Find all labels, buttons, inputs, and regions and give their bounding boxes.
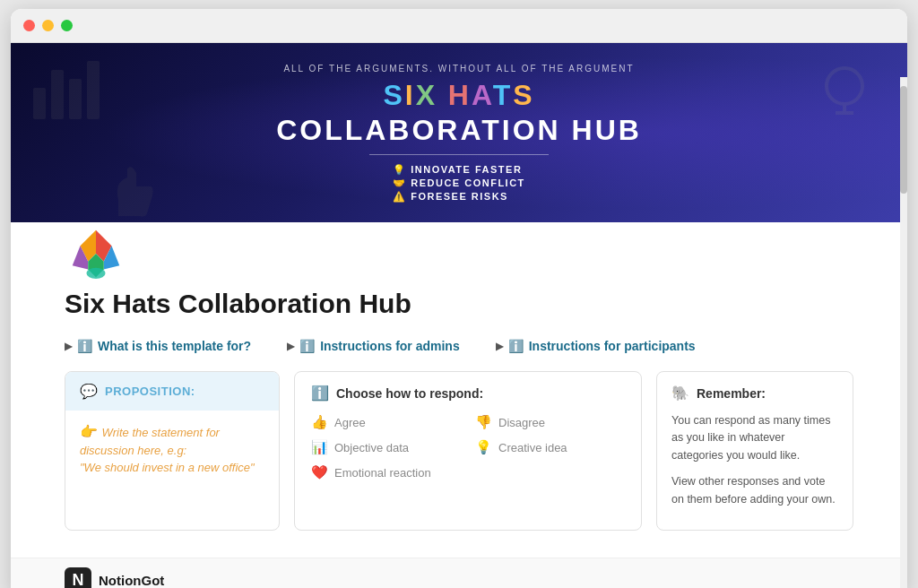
bottom-bar: N NotionGot: [11, 558, 907, 588]
accordion-label-3: Instructions for participants: [529, 339, 696, 353]
svg-rect-0: [33, 88, 46, 119]
accordion-arrow-1: ▶: [65, 341, 72, 352]
hero-deco-chart: [29, 52, 100, 124]
disagree-label: Disagree: [498, 416, 545, 429]
accordion-label-1: What is this template for?: [98, 339, 251, 353]
proposition-text: Write the statement for discussion here,…: [80, 426, 255, 474]
respond-card-header: ℹ️ Choose how to respond:: [311, 385, 625, 402]
hero-subtitle: ALL OF THE ARGUMENTS. WITHOUT ALL OF THE…: [283, 64, 634, 74]
agree-icon: 👍: [311, 414, 328, 430]
proposition-card: 💬 PROPOSITION: 👉 Write the statement for…: [65, 371, 280, 531]
svg-rect-3: [87, 61, 100, 119]
accordion-icon-2: ℹ️: [299, 339, 315, 353]
proposition-title: PROPOSITION:: [105, 385, 195, 398]
hero-bullet-2: 🤝 REDUCE CONFLICT: [393, 177, 525, 189]
emotional-icon: ❤️: [311, 464, 328, 480]
objective-icon: 📊: [311, 439, 328, 455]
svg-point-4: [827, 68, 862, 104]
accordion-admins[interactable]: ▶ ℹ️ Instructions for admins: [287, 339, 460, 353]
svg-rect-1: [51, 70, 64, 119]
hero-bullet-3: ⚠️ FORESEE RISKS: [393, 191, 525, 203]
speech-icon: 💬: [80, 383, 98, 400]
svg-rect-2: [69, 79, 82, 119]
accordion-label-2: Instructions for admins: [320, 339, 460, 353]
objective-label: Objective data: [334, 441, 409, 454]
respond-options: 👍 Agree 👎 Disagree 📊 Objective data: [311, 414, 625, 480]
notion-n: N: [73, 571, 84, 588]
remember-card: 🐘 Remember: You can respond as many time…: [656, 371, 853, 531]
remember-title: Remember:: [697, 386, 766, 401]
hero-deco-thumbsup: [100, 164, 163, 218]
window-close-dot[interactable]: [23, 20, 35, 31]
proposition-card-header: 💬 PROPOSITION:: [65, 372, 279, 411]
respond-option-disagree[interactable]: 👎 Disagree: [475, 414, 625, 430]
hero-title-plain: COLLABORATION HUB: [276, 114, 642, 147]
accordion-row: ▶ ℹ️ What is this template for? ▶ ℹ️ Ins…: [65, 339, 853, 353]
notion-logo-box: N: [65, 567, 91, 588]
remember-card-header: 🐘 Remember:: [671, 385, 838, 402]
respond-info-icon: ℹ️: [311, 385, 329, 402]
window-maximize-dot[interactable]: [61, 20, 73, 31]
browser-chrome: [11, 9, 907, 43]
accordion-template[interactable]: ▶ ℹ️ What is this template for?: [65, 339, 251, 353]
respond-title: Choose how to respond:: [336, 386, 483, 401]
respond-option-emotional[interactable]: ❤️ Emotional reaction: [311, 464, 461, 480]
scrollbar-thumb[interactable]: [900, 86, 907, 194]
scrollbar-track[interactable]: [900, 77, 907, 588]
notion-got-label: NotionGot: [99, 573, 164, 588]
cards-row: 💬 PROPOSITION: 👉 Write the statement for…: [65, 371, 853, 531]
hero-bullets: 💡 INNOVATE FASTER 🤝 REDUCE CONFLICT ⚠️ F…: [393, 164, 525, 203]
page-title: Six Hats Collaboration Hub: [65, 289, 853, 319]
creative-icon: 💡: [475, 439, 492, 455]
page-logo: [65, 222, 127, 285]
creative-label: Creative idea: [498, 441, 567, 454]
respond-option-agree[interactable]: 👍 Agree: [311, 414, 461, 430]
window-minimize-dot[interactable]: [42, 20, 54, 31]
accordion-arrow-3: ▶: [496, 341, 503, 352]
respond-option-objective[interactable]: 📊 Objective data: [311, 439, 461, 455]
accordion-participants[interactable]: ▶ ℹ️ Instructions for participants: [496, 339, 696, 353]
respond-option-creative[interactable]: 💡 Creative idea: [475, 439, 625, 455]
accordion-arrow-2: ▶: [287, 341, 294, 352]
remember-para-1: You can respond as many times as you lik…: [671, 412, 838, 464]
elephant-icon: 🐘: [671, 385, 689, 402]
respond-card: ℹ️ Choose how to respond: 👍 Agree 👎 Disa…: [294, 371, 642, 531]
disagree-icon: 👎: [475, 414, 492, 430]
proposition-card-body[interactable]: 👉 Write the statement for discussion her…: [65, 411, 279, 500]
remember-para-2: View other responses and vote on them be…: [671, 473, 838, 508]
hero-deco-lightbulb: [809, 61, 880, 124]
proposition-body-icon: 👉: [80, 424, 98, 439]
hero-title-colored: SIX HATS: [383, 79, 534, 112]
main-content: Six Hats Collaboration Hub ▶ ℹ️ What is …: [11, 222, 907, 558]
agree-label: Agree: [334, 416, 366, 429]
emotional-label: Emotional reaction: [334, 466, 431, 480]
bottom-logo: N NotionGot: [65, 567, 164, 588]
hero-divider: [369, 154, 549, 155]
page-content: ALL OF THE ARGUMENTS. WITHOUT ALL OF THE…: [11, 43, 907, 588]
accordion-icon-1: ℹ️: [77, 339, 92, 353]
accordion-icon-3: ℹ️: [508, 339, 524, 353]
svg-point-7: [87, 268, 106, 279]
hero-banner: ALL OF THE ARGUMENTS. WITHOUT ALL OF THE…: [11, 43, 907, 222]
hero-bullet-1: 💡 INNOVATE FASTER: [393, 164, 525, 176]
remember-text: You can respond as many times as you lik…: [671, 412, 838, 508]
